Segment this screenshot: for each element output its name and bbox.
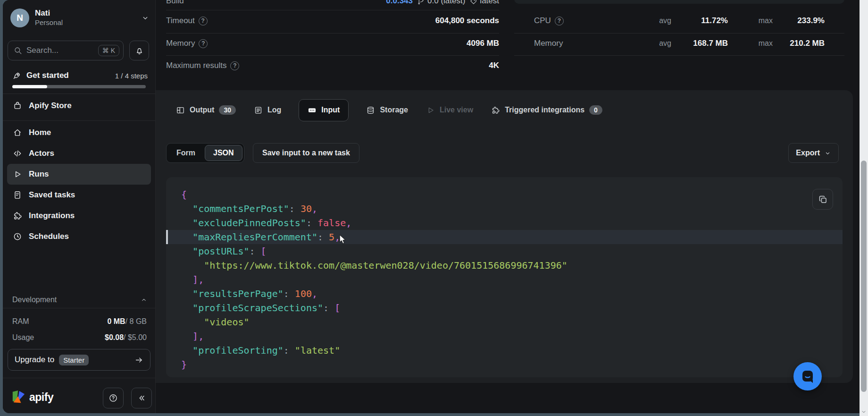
sidebar-item-saved-tasks[interactable]: Saved tasks: [7, 185, 151, 205]
tab-label: Storage: [380, 106, 408, 114]
stat-row-memory: Memoryavg168.7 MBmax210.2 MB: [514, 34, 844, 53]
upgrade-button[interactable]: Upgrade to Starter: [8, 349, 150, 371]
tab-label: Input: [321, 106, 340, 114]
chevron-up-icon: [140, 296, 148, 304]
stat-max-value: 233.9%: [773, 16, 825, 25]
help-icon[interactable]: ?: [199, 39, 208, 48]
stat-avg-value: 168.7 MB: [671, 39, 728, 48]
sidebar-item-label: Integrations: [29, 211, 75, 221]
sidebar-item-apify-store[interactable]: Apify Store: [7, 95, 151, 116]
chevron-down-icon: [824, 150, 831, 157]
view-toggle-json[interactable]: JSON: [205, 145, 242, 161]
setting-label: Memory: [166, 39, 195, 48]
setting-label: Maximum results: [166, 61, 226, 70]
tab-label: Live view: [440, 106, 473, 114]
setting-row-timeout: Timeout?604,800 seconds: [166, 11, 499, 30]
sidebar-item-integrations[interactable]: Integrations: [7, 205, 151, 226]
scrollbar-down-arrow[interactable]: [860, 408, 867, 415]
tab-log[interactable]: Log: [253, 99, 282, 121]
integrations-icon: [13, 211, 22, 221]
help-button[interactable]: [103, 388, 124, 408]
divider: [514, 33, 844, 34]
help-icon[interactable]: ?: [555, 17, 564, 25]
sidebar-item-label: Saved tasks: [29, 190, 75, 200]
divider: [166, 33, 499, 34]
input-icon: [308, 106, 317, 115]
divider: [3, 308, 155, 308]
search-input[interactable]: Search... ⌘ K: [8, 41, 124, 60]
chat-widget-button[interactable]: [793, 362, 822, 391]
get-started-label: Get started: [26, 71, 110, 80]
bell-icon: [135, 46, 144, 55]
collapse-sidebar-button[interactable]: [131, 388, 152, 408]
meter-used: 0 MB: [107, 317, 125, 326]
input-toolbar: FormJSON Save input to a new task Export: [166, 143, 839, 163]
sidebar-nav-store: Apify Store: [3, 95, 155, 116]
main-content: Build0.0.3430.0 (latest)latestTimeout?60…: [156, 0, 860, 413]
app-window: N Nati Personal Search... ⌘ K: [3, 0, 860, 413]
screen: N Nati Personal Search... ⌘ K: [0, 0, 868, 416]
help-icon[interactable]: ?: [230, 61, 239, 70]
tab-input[interactable]: Input: [299, 99, 349, 121]
scrollbar-thumb[interactable]: [861, 161, 867, 392]
sidebar-item-runs[interactable]: Runs: [7, 164, 151, 185]
stat-max-label: max: [728, 17, 773, 25]
copy-icon: [818, 195, 828, 204]
double-chevron-left-icon: [137, 393, 146, 403]
apify-logo-text: apify: [29, 391, 53, 404]
output-icon: [176, 106, 185, 115]
upgrade-plan-badge: Starter: [59, 355, 89, 365]
save-input-button[interactable]: Save input to a new task: [253, 143, 359, 163]
meter-total: / $5.00: [124, 333, 147, 342]
code-line: "excludePinnedPosts": false,: [166, 216, 843, 230]
json-input-editor[interactable]: { "commentsPerPost": 30, "excludePinnedP…: [166, 177, 843, 377]
meter-usage: Usage$0.08 / $5.00: [12, 330, 147, 346]
divider: [514, 55, 844, 56]
store-icon: [13, 101, 22, 110]
development-label: Development: [12, 296, 140, 304]
code-line: {: [166, 187, 843, 202]
tab-triggered-integrations[interactable]: Triggered integrations0: [491, 99, 603, 121]
tab-storage[interactable]: Storage: [366, 99, 409, 121]
account-switcher[interactable]: N Nati Personal: [10, 7, 150, 29]
sidebar-item-label: Home: [29, 128, 51, 137]
help-icon[interactable]: ?: [199, 17, 208, 25]
tab-output[interactable]: Output30: [175, 99, 236, 121]
meter-used: $0.08: [105, 333, 124, 342]
sidebar-item-home[interactable]: Home: [7, 122, 151, 143]
code-line: "https://www.tiktok.com/@masterwen028/vi…: [166, 258, 843, 272]
get-started-progress-fill: [12, 85, 47, 88]
page-scrollbar: [860, 0, 868, 416]
copy-button[interactable]: [812, 189, 833, 210]
stat-avg-label: avg: [643, 17, 671, 25]
avatar: N: [10, 8, 29, 27]
account-name: Nati: [35, 8, 135, 18]
export-button[interactable]: Export: [788, 143, 839, 163]
code-line: ],: [166, 329, 843, 343]
build-branch: 0.0 (latest): [417, 0, 465, 6]
actors-icon: [13, 149, 22, 158]
chevron-down-icon: [141, 14, 150, 22]
sidebar-item-actors[interactable]: Actors: [7, 143, 151, 164]
build-number-link[interactable]: 0.0.343: [386, 0, 413, 6]
stat-label: CPU: [534, 16, 551, 25]
question-icon: [108, 393, 118, 403]
notifications-button[interactable]: [129, 41, 149, 60]
sidebar-item-schedules[interactable]: Schedules: [7, 226, 151, 247]
setting-row-build: Build0.0.3430.0 (latest)latest: [166, 0, 499, 10]
build-tag: latest: [469, 0, 499, 6]
development-section-header[interactable]: Development: [12, 294, 148, 306]
storage-icon: [366, 106, 375, 115]
search-row: Search... ⌘ K: [8, 41, 149, 60]
stat-avg-value: 11.72%: [671, 16, 728, 25]
sidebar-item-label: Schedules: [29, 232, 69, 241]
tab-badge: 0: [589, 105, 602, 115]
home-icon: [13, 128, 22, 137]
tab-bar: Output30LogInputStorageLive viewTriggere…: [175, 97, 839, 123]
meter-ram: RAM0 MB / 8 GB: [12, 314, 147, 330]
build-tag-label: latest: [480, 0, 499, 6]
setting-row-maximum-results: Maximum results?4K: [166, 56, 499, 75]
view-toggle-form[interactable]: Form: [168, 145, 204, 161]
build-branch-label: 0.0 (latest): [427, 0, 465, 6]
get-started[interactable]: Get started 1 / 4 steps: [12, 70, 148, 81]
